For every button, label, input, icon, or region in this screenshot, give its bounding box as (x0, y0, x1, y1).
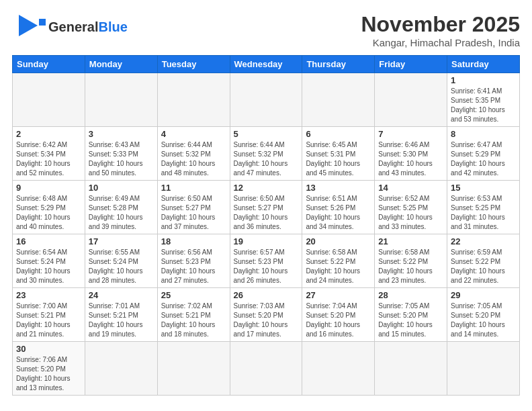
day-cell: 28Sunrise: 7:05 AMSunset: 5:20 PMDayligh… (375, 288, 447, 342)
logo-icon (12, 12, 48, 42)
day-cell: 24Sunrise: 7:01 AMSunset: 5:21 PMDayligh… (85, 288, 157, 342)
week-row-5: 23Sunrise: 7:00 AMSunset: 5:21 PMDayligh… (13, 288, 520, 342)
day-number: 2 (16, 129, 81, 139)
day-cell: 4Sunrise: 6:44 AMSunset: 5:32 PMDaylight… (157, 127, 230, 181)
day-cell (447, 342, 520, 396)
day-cell: 19Sunrise: 6:57 AMSunset: 5:23 PMDayligh… (230, 234, 302, 288)
day-number: 16 (16, 236, 81, 246)
day-info: Sunrise: 6:50 AMSunset: 5:27 PMDaylight:… (234, 194, 299, 232)
day-number: 15 (451, 183, 516, 193)
day-cell (85, 73, 157, 127)
day-number: 30 (16, 344, 81, 354)
day-cell: 22Sunrise: 6:59 AMSunset: 5:22 PMDayligh… (447, 234, 520, 288)
day-info: Sunrise: 7:06 AMSunset: 5:20 PMDaylight:… (16, 355, 81, 393)
day-number: 7 (378, 129, 443, 139)
day-cell (157, 342, 230, 396)
day-number: 10 (89, 183, 154, 193)
day-cell: 15Sunrise: 6:53 AMSunset: 5:25 PMDayligh… (447, 181, 520, 234)
day-number: 3 (89, 129, 154, 139)
day-info: Sunrise: 7:05 AMSunset: 5:20 PMDaylight:… (378, 302, 443, 339)
day-info: Sunrise: 6:56 AMSunset: 5:23 PMDaylight:… (161, 248, 226, 285)
day-info: Sunrise: 7:04 AMSunset: 5:20 PMDaylight:… (306, 302, 371, 339)
day-number: 22 (451, 236, 516, 246)
day-info: Sunrise: 6:52 AMSunset: 5:25 PMDaylight:… (378, 194, 443, 232)
day-number: 4 (161, 129, 226, 139)
day-cell: 29Sunrise: 7:05 AMSunset: 5:20 PMDayligh… (447, 288, 520, 342)
location-subtitle: Kangar, Himachal Pradesh, India (361, 37, 520, 48)
day-cell: 20Sunrise: 6:58 AMSunset: 5:22 PMDayligh… (302, 234, 375, 288)
day-number: 24 (89, 290, 154, 300)
day-cell (157, 73, 230, 127)
day-cell: 11Sunrise: 6:50 AMSunset: 5:27 PMDayligh… (157, 181, 230, 234)
week-row-2: 2Sunrise: 6:42 AMSunset: 5:34 PMDaylight… (13, 127, 520, 181)
day-number: 5 (234, 129, 299, 139)
day-cell: 10Sunrise: 6:49 AMSunset: 5:28 PMDayligh… (85, 181, 157, 234)
logo: GeneralBlue (12, 12, 128, 42)
weekday-header-friday: Friday (375, 56, 447, 73)
logo-general: General (48, 19, 98, 34)
page: GeneralBlue November 2025 Kangar, Himach… (0, 0, 532, 402)
svg-marker-0 (19, 15, 38, 36)
calendar-header: SundayMondayTuesdayWednesdayThursdayFrid… (13, 56, 520, 73)
day-cell (13, 73, 85, 127)
week-row-3: 9Sunrise: 6:48 AMSunset: 5:29 PMDaylight… (13, 181, 520, 234)
day-number: 23 (16, 290, 81, 300)
day-cell: 26Sunrise: 7:03 AMSunset: 5:20 PMDayligh… (230, 288, 302, 342)
day-info: Sunrise: 6:44 AMSunset: 5:32 PMDaylight:… (161, 140, 226, 178)
day-info: Sunrise: 7:05 AMSunset: 5:20 PMDaylight:… (451, 302, 516, 339)
day-cell: 6Sunrise: 6:45 AMSunset: 5:31 PMDaylight… (302, 127, 375, 181)
day-number: 6 (306, 129, 371, 139)
day-info: Sunrise: 6:53 AMSunset: 5:25 PMDaylight:… (451, 194, 516, 232)
day-info: Sunrise: 6:54 AMSunset: 5:24 PMDaylight:… (16, 248, 81, 285)
day-number: 13 (306, 183, 371, 193)
day-info: Sunrise: 6:45 AMSunset: 5:31 PMDaylight:… (306, 140, 371, 178)
header: GeneralBlue November 2025 Kangar, Himach… (12, 12, 520, 48)
day-cell: 16Sunrise: 6:54 AMSunset: 5:24 PMDayligh… (13, 234, 85, 288)
day-number: 1 (451, 75, 516, 85)
day-number: 28 (378, 290, 443, 300)
day-number: 18 (161, 236, 226, 246)
day-cell (375, 342, 447, 396)
day-info: Sunrise: 6:58 AMSunset: 5:22 PMDaylight:… (378, 248, 443, 285)
day-info: Sunrise: 6:46 AMSunset: 5:30 PMDaylight:… (378, 140, 443, 178)
day-info: Sunrise: 6:57 AMSunset: 5:23 PMDaylight:… (234, 248, 299, 285)
day-info: Sunrise: 6:44 AMSunset: 5:32 PMDaylight:… (234, 140, 299, 178)
day-info: Sunrise: 6:59 AMSunset: 5:22 PMDaylight:… (451, 248, 516, 285)
day-cell (230, 342, 302, 396)
calendar-table: SundayMondayTuesdayWednesdayThursdayFrid… (12, 55, 520, 396)
day-info: Sunrise: 6:42 AMSunset: 5:34 PMDaylight:… (16, 140, 81, 178)
day-number: 27 (306, 290, 371, 300)
weekday-header-wednesday: Wednesday (230, 56, 302, 73)
day-info: Sunrise: 6:55 AMSunset: 5:24 PMDaylight:… (89, 248, 154, 285)
day-number: 26 (234, 290, 299, 300)
day-info: Sunrise: 7:00 AMSunset: 5:21 PMDaylight:… (16, 302, 81, 339)
day-number: 29 (451, 290, 516, 300)
day-cell: 21Sunrise: 6:58 AMSunset: 5:22 PMDayligh… (375, 234, 447, 288)
day-cell: 27Sunrise: 7:04 AMSunset: 5:20 PMDayligh… (302, 288, 375, 342)
day-cell: 8Sunrise: 6:47 AMSunset: 5:29 PMDaylight… (447, 127, 520, 181)
weekday-header-row: SundayMondayTuesdayWednesdayThursdayFrid… (13, 56, 520, 73)
day-cell (375, 73, 447, 127)
day-number: 12 (234, 183, 299, 193)
day-cell: 30Sunrise: 7:06 AMSunset: 5:20 PMDayligh… (13, 342, 85, 396)
day-info: Sunrise: 6:48 AMSunset: 5:29 PMDaylight:… (16, 194, 81, 232)
month-year-title: November 2025 (361, 12, 520, 37)
day-cell: 23Sunrise: 7:00 AMSunset: 5:21 PMDayligh… (13, 288, 85, 342)
day-info: Sunrise: 6:41 AMSunset: 5:35 PMDaylight:… (451, 87, 516, 124)
week-row-6: 30Sunrise: 7:06 AMSunset: 5:20 PMDayligh… (13, 342, 520, 396)
day-cell: 14Sunrise: 6:52 AMSunset: 5:25 PMDayligh… (375, 181, 447, 234)
day-info: Sunrise: 7:03 AMSunset: 5:20 PMDaylight:… (234, 302, 299, 339)
day-number: 8 (451, 129, 516, 139)
day-number: 9 (16, 183, 81, 193)
day-number: 19 (234, 236, 299, 246)
day-cell: 25Sunrise: 7:02 AMSunset: 5:21 PMDayligh… (157, 288, 230, 342)
day-cell (85, 342, 157, 396)
logo-text: GeneralBlue (48, 19, 128, 34)
day-cell: 17Sunrise: 6:55 AMSunset: 5:24 PMDayligh… (85, 234, 157, 288)
week-row-4: 16Sunrise: 6:54 AMSunset: 5:24 PMDayligh… (13, 234, 520, 288)
day-info: Sunrise: 6:43 AMSunset: 5:33 PMDaylight:… (89, 140, 154, 178)
weekday-header-saturday: Saturday (447, 56, 520, 73)
weekday-header-monday: Monday (85, 56, 157, 73)
day-cell: 5Sunrise: 6:44 AMSunset: 5:32 PMDaylight… (230, 127, 302, 181)
day-number: 25 (161, 290, 226, 300)
